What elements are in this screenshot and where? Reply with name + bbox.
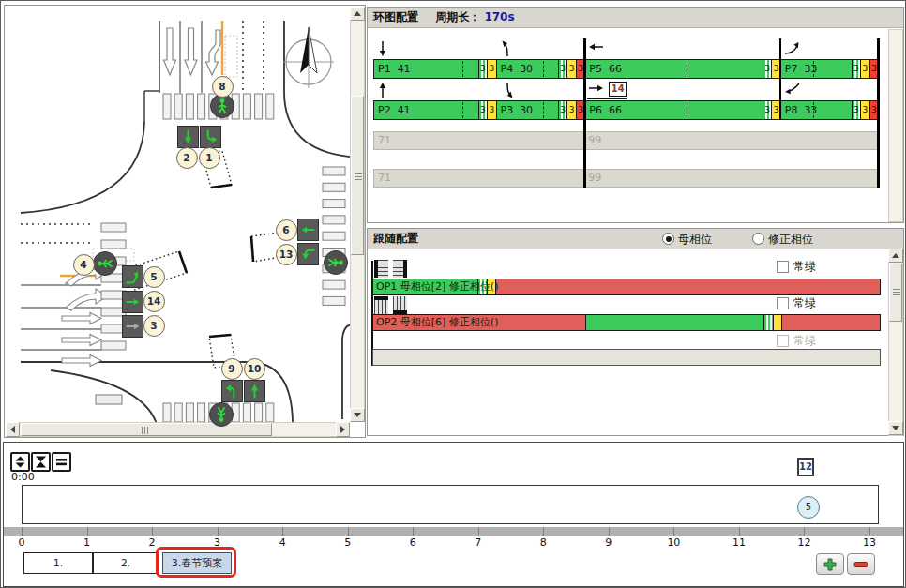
phase-dash-marker: [687, 61, 687, 77]
plus-icon: [823, 558, 837, 571]
op-bar-label: OP1 母相位[2] 修正相位(): [376, 279, 498, 294]
signal-number-circle[interactable]: 8: [212, 76, 234, 98]
phase-dash-marker: [543, 102, 544, 118]
phase-label: P2 41: [378, 101, 411, 119]
signal-lamp-box[interactable]: [122, 291, 143, 313]
signal-lamp-box[interactable]: [244, 380, 265, 402]
pedestrian-signal[interactable]: [210, 94, 234, 118]
walking-person-icon: [211, 95, 234, 117]
op-bar-label: OP2 母相位[6] 修正相位(): [376, 315, 498, 330]
tab-plan-1[interactable]: 1.: [23, 552, 93, 574]
phase-label: P6 66: [589, 101, 622, 119]
pedestrian-signal[interactable]: [93, 251, 117, 276]
phase-label: P7 33: [785, 60, 818, 78]
right-signal-arrow-icon: [123, 316, 143, 337]
pedestrian-signal[interactable]: [209, 402, 234, 427]
signal-number-circle[interactable]: 14: [143, 291, 165, 312]
signal-lamp-box[interactable]: [200, 126, 221, 148]
add-plan-button[interactable]: [816, 553, 844, 575]
pedestrian-signal[interactable]: [324, 250, 348, 275]
signal-number-circle[interactable]: 1: [199, 147, 220, 169]
tab-plan-2[interactable]: 2.: [93, 552, 159, 574]
signal-lamp-box[interactable]: [297, 243, 319, 265]
signal-number-circle[interactable]: 13: [276, 244, 297, 265]
signal-lamp-box[interactable]: [297, 219, 319, 241]
left-down-signal-arrow-icon: [298, 244, 318, 264]
signal-lamp-box[interactable]: [122, 315, 143, 338]
up-signal-arrow-icon: [245, 381, 264, 401]
phase-dash-marker: [462, 61, 463, 77]
right-signal-arrow-icon: [123, 292, 143, 312]
remove-plan-button[interactable]: [847, 553, 875, 575]
signal-number-circle[interactable]: 9: [221, 358, 243, 380]
walking-person-icon: [94, 252, 116, 275]
signal-number-circle[interactable]: 3: [143, 315, 165, 337]
signal-lamp-box[interactable]: [122, 265, 143, 288]
phase-dash-marker: [462, 102, 463, 118]
overlap-tag: 14: [609, 82, 627, 97]
signal-lamp-box[interactable]: [177, 126, 199, 148]
timeline-marker-box[interactable]: 12: [797, 458, 814, 476]
signal-number-circle[interactable]: 10: [244, 358, 265, 380]
walking-person-icon: [210, 403, 233, 426]
up-left-signal-arrow-icon: [222, 381, 242, 401]
app-window: 82145143613910 环图配置 周期长： 170s P1 4133P4 …: [0, 0, 906, 588]
timeline-marker-circle[interactable]: 5: [797, 496, 820, 519]
left-signal-arrow-icon: [298, 219, 318, 240]
down-signal-arrow-icon: [178, 127, 198, 147]
phase-label: P8 33: [785, 101, 818, 119]
phase-dash-marker: [687, 102, 687, 118]
phase-label: P3 30: [501, 101, 534, 119]
tab-plan-3[interactable]: 3.春节预案: [162, 552, 232, 574]
minus-icon: [853, 561, 868, 568]
right-up-signal-arrow-icon: [123, 266, 143, 287]
down-right-signal-arrow-icon: [201, 127, 220, 147]
signal-number-circle[interactable]: 6: [276, 219, 297, 241]
signal-number-circle[interactable]: 4: [73, 254, 95, 276]
phase-label: P5 66: [589, 60, 622, 78]
signal-number-circle[interactable]: 2: [176, 147, 198, 169]
signal-number-circle[interactable]: 5: [143, 266, 165, 288]
phase-label: P1 41: [378, 60, 411, 78]
signal-lamp-box[interactable]: [221, 380, 243, 402]
phase-label: P4 30: [501, 60, 534, 78]
phase-dash-marker: [543, 61, 544, 77]
walking-person-icon: [325, 251, 347, 274]
